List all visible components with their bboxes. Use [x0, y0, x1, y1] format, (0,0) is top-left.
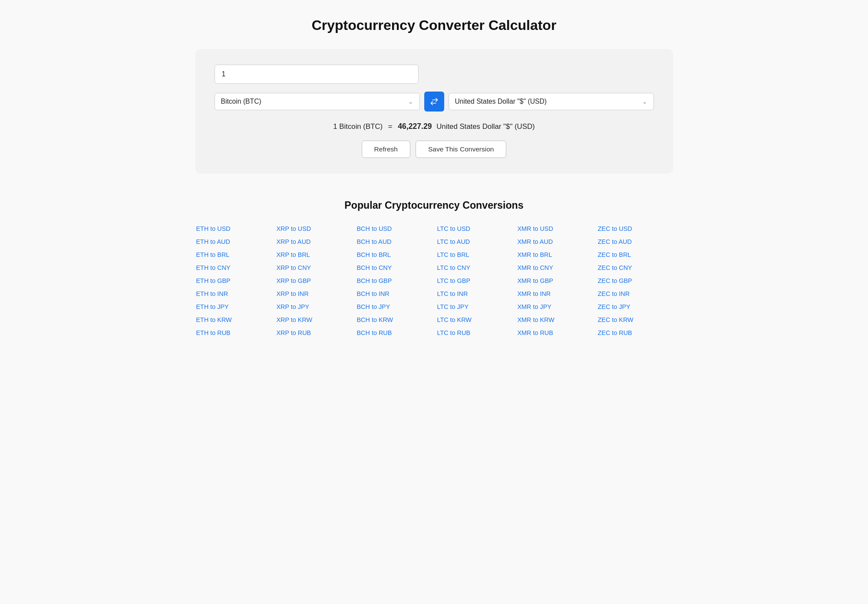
- list-item[interactable]: LTC to USD: [436, 223, 512, 234]
- from-currency-label: Bitcoin (BTC): [221, 98, 405, 105]
- refresh-button[interactable]: Refresh: [362, 141, 410, 158]
- list-item[interactable]: ZEC to CNY: [597, 263, 673, 273]
- list-item[interactable]: LTC to AUD: [436, 236, 512, 247]
- list-item[interactable]: BCH to CNY: [356, 263, 432, 273]
- result-unit: United States Dollar "$" (USD): [436, 122, 535, 131]
- list-item[interactable]: ETH to CNY: [195, 263, 271, 273]
- list-item[interactable]: ETH to GBP: [195, 276, 271, 286]
- result-row: 1 Bitcoin (BTC) = 46,227.29 United State…: [215, 122, 654, 131]
- list-item[interactable]: XMR to USD: [517, 223, 593, 234]
- list-item[interactable]: ETH to BRL: [195, 249, 271, 260]
- list-item[interactable]: XRP to CNY: [276, 263, 352, 273]
- list-item[interactable]: BCH to BRL: [356, 249, 432, 260]
- list-item[interactable]: BCH to GBP: [356, 276, 432, 286]
- list-item[interactable]: LTC to CNY: [436, 263, 512, 273]
- list-item[interactable]: LTC to BRL: [436, 249, 512, 260]
- list-item[interactable]: ZEC to KRW: [597, 315, 673, 325]
- list-item[interactable]: LTC to KRW: [436, 315, 512, 325]
- list-item[interactable]: LTC to RUB: [436, 328, 512, 338]
- list-item[interactable]: BCH to INR: [356, 289, 432, 299]
- from-currency-selector[interactable]: Bitcoin (BTC) ⌄: [215, 93, 420, 110]
- list-item[interactable]: XRP to USD: [276, 223, 352, 234]
- result-from-text: 1 Bitcoin (BTC): [333, 122, 383, 131]
- list-item[interactable]: XMR to INR: [517, 289, 593, 299]
- list-item[interactable]: ZEC to JPY: [597, 302, 673, 312]
- result-value: 46,227.29: [398, 122, 432, 131]
- list-item[interactable]: XRP to AUD: [276, 236, 352, 247]
- list-item[interactable]: ETH to JPY: [195, 302, 271, 312]
- popular-title: Popular Cryptocurrency Conversions: [195, 200, 673, 211]
- list-item[interactable]: BCH to KRW: [356, 315, 432, 325]
- swap-icon: [430, 97, 439, 106]
- save-conversion-button[interactable]: Save This Conversion: [416, 141, 507, 158]
- amount-input[interactable]: [215, 65, 419, 84]
- list-item[interactable]: ETH to AUD: [195, 236, 271, 247]
- list-item[interactable]: LTC to JPY: [436, 302, 512, 312]
- list-item[interactable]: XMR to JPY: [517, 302, 593, 312]
- list-item[interactable]: XRP to KRW: [276, 315, 352, 325]
- list-item[interactable]: XRP to JPY: [276, 302, 352, 312]
- conversions-grid: ETH to USDXRP to USDBCH to USDLTC to USD…: [195, 223, 673, 338]
- page-title: Cryptocurrency Converter Calculator: [26, 17, 842, 33]
- list-item[interactable]: ETH to KRW: [195, 315, 271, 325]
- converter-card: Bitcoin (BTC) ⌄ United States Dollar "$"…: [195, 49, 673, 174]
- list-item[interactable]: XMR to KRW: [517, 315, 593, 325]
- list-item[interactable]: XMR to GBP: [517, 276, 593, 286]
- from-currency-chevron-icon: ⌄: [408, 98, 413, 105]
- list-item[interactable]: XRP to INR: [276, 289, 352, 299]
- result-equals: =: [388, 122, 393, 131]
- list-item[interactable]: ZEC to GBP: [597, 276, 673, 286]
- list-item[interactable]: ZEC to RUB: [597, 328, 673, 338]
- list-item[interactable]: ETH to INR: [195, 289, 271, 299]
- list-item[interactable]: ETH to RUB: [195, 328, 271, 338]
- list-item[interactable]: BCH to RUB: [356, 328, 432, 338]
- list-item[interactable]: ZEC to BRL: [597, 249, 673, 260]
- list-item[interactable]: XRP to RUB: [276, 328, 352, 338]
- list-item[interactable]: LTC to INR: [436, 289, 512, 299]
- list-item[interactable]: XRP to BRL: [276, 249, 352, 260]
- list-item[interactable]: BCH to AUD: [356, 236, 432, 247]
- action-buttons: Refresh Save This Conversion: [215, 141, 654, 158]
- list-item[interactable]: ETH to USD: [195, 223, 271, 234]
- to-currency-selector[interactable]: United States Dollar "$" (USD) ⌄: [449, 93, 654, 110]
- list-item[interactable]: ZEC to AUD: [597, 236, 673, 247]
- list-item[interactable]: ZEC to INR: [597, 289, 673, 299]
- to-currency-label: United States Dollar "$" (USD): [455, 98, 639, 105]
- list-item[interactable]: XMR to RUB: [517, 328, 593, 338]
- to-currency-chevron-icon: ⌄: [642, 98, 647, 105]
- list-item[interactable]: XMR to BRL: [517, 249, 593, 260]
- swap-button[interactable]: [424, 92, 444, 112]
- list-item[interactable]: LTC to GBP: [436, 276, 512, 286]
- list-item[interactable]: XMR to AUD: [517, 236, 593, 247]
- selectors-row: Bitcoin (BTC) ⌄ United States Dollar "$"…: [215, 92, 654, 112]
- popular-section: Popular Cryptocurrency Conversions ETH t…: [195, 200, 673, 338]
- list-item[interactable]: BCH to USD: [356, 223, 432, 234]
- list-item[interactable]: XRP to GBP: [276, 276, 352, 286]
- list-item[interactable]: ZEC to USD: [597, 223, 673, 234]
- list-item[interactable]: BCH to JPY: [356, 302, 432, 312]
- list-item[interactable]: XMR to CNY: [517, 263, 593, 273]
